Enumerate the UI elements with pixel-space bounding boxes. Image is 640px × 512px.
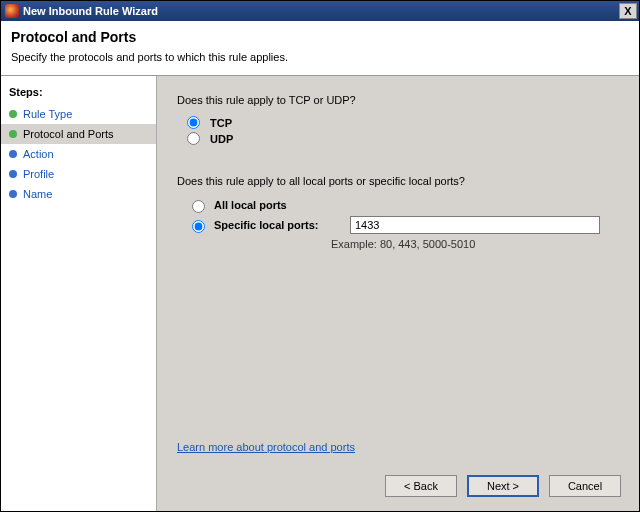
page-subtitle: Specify the protocols and ports to which… [11, 51, 629, 63]
steps-title: Steps: [1, 82, 156, 104]
specific-ports-input[interactable] [350, 216, 600, 234]
next-button[interactable]: Next > [467, 475, 539, 497]
button-bar: < Back Next > Cancel [385, 475, 621, 497]
back-button[interactable]: < Back [385, 475, 457, 497]
step-label: Name [23, 188, 52, 200]
port-example-text: Example: 80, 443, 5000-5010 [331, 238, 619, 250]
step-label: Profile [23, 168, 54, 180]
radio-udp-label: UDP [210, 133, 233, 145]
app-icon [5, 4, 19, 18]
cancel-button[interactable]: Cancel [549, 475, 621, 497]
step-label: Action [23, 148, 54, 160]
page-title: Protocol and Ports [11, 29, 629, 45]
bullet-pending-icon [9, 190, 17, 198]
radio-all-ports-label: All local ports [214, 199, 287, 211]
learn-more-link[interactable]: Learn more about protocol and ports [177, 441, 355, 453]
close-button[interactable]: X [619, 3, 637, 19]
protocol-question: Does this rule apply to TCP or UDP? [177, 94, 619, 106]
radio-tcp-label: TCP [210, 117, 232, 129]
main-panel: Does this rule apply to TCP or UDP? TCP … [157, 76, 639, 511]
bullet-pending-icon [9, 150, 17, 158]
port-question: Does this rule apply to all local ports … [177, 175, 619, 187]
radio-all-ports-row[interactable]: All local ports [187, 197, 619, 213]
radio-specific-ports-label: Specific local ports: [214, 219, 344, 231]
radio-specific-ports-row[interactable]: Specific local ports: [187, 216, 619, 234]
step-rule-type[interactable]: Rule Type [1, 104, 156, 124]
wizard-header: Protocol and Ports Specify the protocols… [1, 21, 639, 76]
step-label: Protocol and Ports [23, 128, 114, 140]
titlebar: New Inbound Rule Wizard X [1, 1, 639, 21]
radio-specific-ports[interactable] [192, 220, 205, 233]
step-protocol-and-ports[interactable]: Protocol and Ports [1, 124, 156, 144]
bullet-current-icon [9, 130, 17, 138]
wizard-body: Steps: Rule Type Protocol and Ports Acti… [1, 76, 639, 511]
step-action[interactable]: Action [1, 144, 156, 164]
radio-all-ports[interactable] [192, 200, 205, 213]
step-label: Rule Type [23, 108, 72, 120]
radio-tcp[interactable] [187, 116, 200, 129]
radio-udp[interactable] [187, 132, 200, 145]
radio-tcp-row[interactable]: TCP [187, 116, 619, 129]
window-title: New Inbound Rule Wizard [23, 5, 619, 17]
step-profile[interactable]: Profile [1, 164, 156, 184]
wizard-window: New Inbound Rule Wizard X Protocol and P… [0, 0, 640, 512]
radio-udp-row[interactable]: UDP [187, 132, 619, 145]
step-name[interactable]: Name [1, 184, 156, 204]
bullet-pending-icon [9, 170, 17, 178]
bullet-done-icon [9, 110, 17, 118]
steps-sidebar: Steps: Rule Type Protocol and Ports Acti… [1, 76, 157, 511]
